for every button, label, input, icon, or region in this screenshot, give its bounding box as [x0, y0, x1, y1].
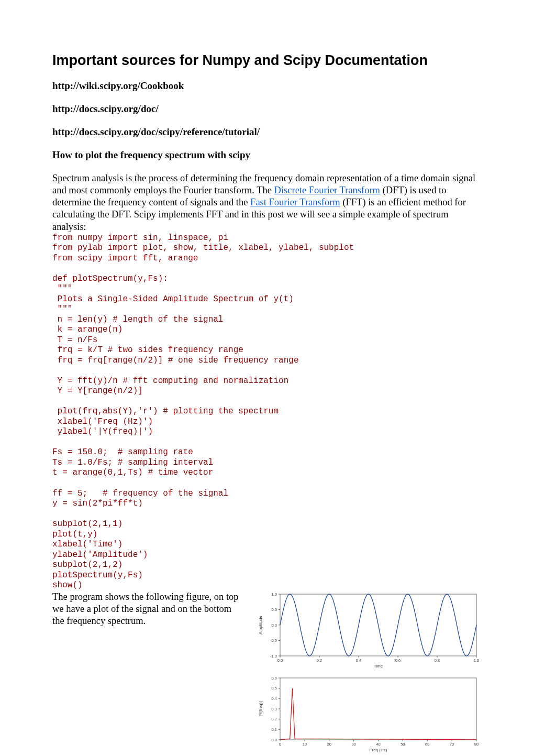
svg-text:0.2: 0.2 [272, 717, 277, 721]
link-fft[interactable]: Fast Fourier Transform [250, 197, 340, 207]
svg-text:0.5: 0.5 [272, 686, 277, 691]
svg-text:0: 0 [279, 742, 281, 747]
svg-text:60: 60 [425, 742, 429, 747]
svg-text:0.4: 0.4 [356, 658, 361, 663]
svg-text:0.0: 0.0 [272, 737, 277, 742]
svg-text:70: 70 [450, 742, 454, 747]
resource-link-1: http://wiki.scipy.org/Cookbook [52, 80, 482, 92]
svg-text:0.6: 0.6 [395, 658, 400, 663]
svg-text:|Y(freq)|: |Y(freq)| [258, 701, 263, 716]
svg-text:1.0: 1.0 [272, 591, 277, 596]
svg-text:0.2: 0.2 [317, 658, 322, 663]
spectrum-figure: -1.0-0.50.00.51.00.00.20.40.60.81.0TimeA… [251, 588, 482, 755]
svg-text:0.0: 0.0 [277, 658, 283, 663]
svg-text:80: 80 [474, 742, 479, 747]
svg-text:-0.5: -0.5 [270, 638, 277, 643]
svg-text:0.8: 0.8 [435, 658, 440, 663]
svg-text:20: 20 [327, 742, 331, 747]
svg-text:-1.0: -1.0 [270, 653, 277, 658]
svg-text:Freq (Hz): Freq (Hz) [370, 748, 387, 752]
resource-link-2: http://docs.scipy.org/doc/ [52, 103, 482, 115]
code-block: from numpy import sin, linspace, pi from… [52, 233, 482, 591]
page-title: Important sources for Numpy and Scipy Do… [52, 52, 482, 69]
svg-text:50: 50 [400, 742, 405, 747]
svg-text:1.0: 1.0 [474, 658, 479, 663]
svg-text:0.4: 0.4 [272, 696, 277, 701]
svg-text:Amplitude: Amplitude [258, 615, 263, 634]
resource-link-3: http://docs.scipy.org/doc/scipy/referenc… [52, 126, 482, 138]
svg-text:40: 40 [376, 742, 380, 747]
svg-text:0.0: 0.0 [272, 622, 277, 627]
intro-paragraph: Spectrum analysis is the process of dete… [52, 172, 482, 233]
section-heading: How to plot the frequency spectrum with … [52, 149, 482, 161]
svg-text:0.5: 0.5 [272, 607, 277, 612]
link-dft[interactable]: Discrete Fourier Transform [274, 185, 380, 195]
svg-text:10: 10 [303, 742, 307, 747]
closing-paragraph: The program shows the following figure, … [52, 591, 244, 627]
svg-rect-25 [280, 678, 476, 740]
svg-text:0.6: 0.6 [272, 675, 277, 680]
svg-text:0.1: 0.1 [272, 727, 277, 732]
svg-text:30: 30 [351, 742, 355, 747]
svg-text:0.3: 0.3 [272, 706, 277, 711]
svg-text:Time: Time [374, 664, 383, 669]
